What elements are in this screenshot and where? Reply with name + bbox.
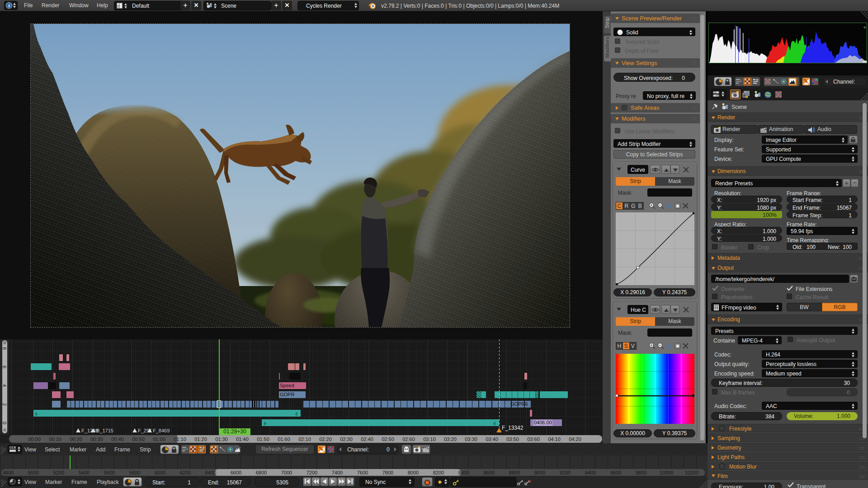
svg-text:i: i: [8, 3, 9, 8]
